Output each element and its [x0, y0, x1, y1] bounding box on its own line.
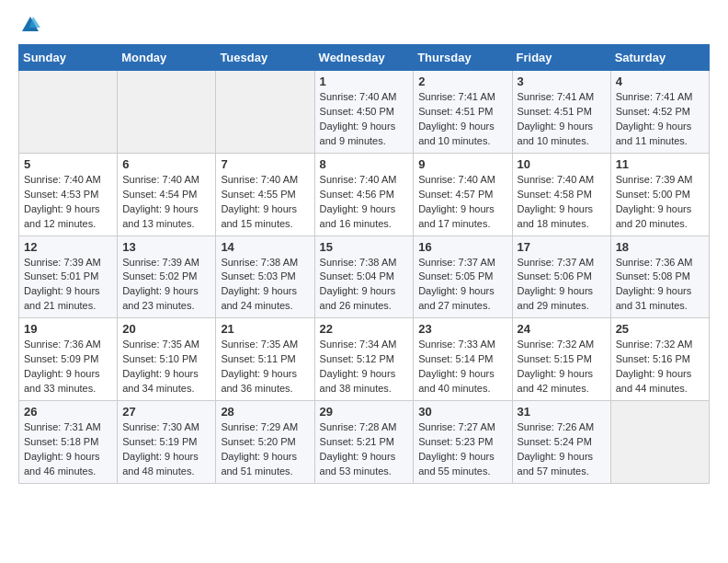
cell-info: Sunset: 4:54 PM — [122, 188, 210, 202]
calendar-cell: 7Sunrise: 7:40 AMSunset: 4:55 PMDaylight… — [216, 153, 314, 236]
cell-info: Daylight: 9 hours and 29 minutes. — [518, 284, 606, 314]
day-number: 8 — [320, 157, 409, 171]
weekday-header: Wednesday — [314, 45, 414, 71]
cell-info: Daylight: 9 hours and 57 minutes. — [518, 450, 606, 479]
cell-info: Daylight: 9 hours and 48 minutes. — [122, 450, 210, 479]
cell-info: Sunrise: 7:38 AM — [320, 256, 409, 270]
day-number: 25 — [616, 322, 704, 336]
day-number: 7 — [221, 157, 309, 171]
calendar-cell: 22Sunrise: 7:34 AMSunset: 5:12 PMDayligh… — [314, 318, 414, 401]
header — [18, 15, 710, 35]
cell-info: Sunrise: 7:40 AM — [24, 173, 112, 188]
cell-info: Sunset: 4:53 PM — [24, 188, 112, 202]
calendar-cell: 4Sunrise: 7:41 AMSunset: 4:52 PMDaylight… — [610, 71, 709, 154]
cell-info: Sunrise: 7:39 AM — [24, 256, 112, 270]
cell-info: Sunset: 5:10 PM — [122, 352, 210, 367]
logo-icon — [20, 15, 40, 35]
calendar-cell: 31Sunrise: 7:26 AMSunset: 5:24 PMDayligh… — [512, 401, 610, 484]
calendar-week-row: 1Sunrise: 7:40 AMSunset: 4:50 PMDaylight… — [19, 71, 710, 154]
cell-info: Sunrise: 7:29 AM — [221, 420, 309, 435]
calendar-cell: 28Sunrise: 7:29 AMSunset: 5:20 PMDayligh… — [216, 401, 314, 484]
calendar-cell: 17Sunrise: 7:37 AMSunset: 5:06 PMDayligh… — [512, 236, 610, 318]
cell-info: Sunset: 5:08 PM — [616, 270, 704, 284]
calendar-cell: 25Sunrise: 7:32 AMSunset: 5:16 PMDayligh… — [610, 318, 709, 401]
cell-info: Daylight: 9 hours and 12 minutes. — [24, 202, 112, 232]
cell-info: Sunset: 5:23 PM — [418, 435, 506, 450]
day-number: 11 — [616, 157, 704, 171]
cell-info: Sunset: 5:05 PM — [418, 270, 506, 284]
weekday-header: Monday — [118, 45, 216, 71]
day-number: 13 — [122, 240, 210, 254]
cell-info: Sunrise: 7:26 AM — [518, 420, 606, 435]
cell-info: Sunrise: 7:40 AM — [122, 173, 210, 188]
cell-info: Sunset: 4:57 PM — [418, 188, 506, 202]
cell-info: Sunrise: 7:38 AM — [221, 256, 309, 270]
cell-info: Daylight: 9 hours and 46 minutes. — [24, 450, 112, 479]
day-number: 29 — [320, 405, 409, 419]
day-number: 5 — [24, 157, 112, 171]
day-number: 21 — [221, 322, 309, 336]
calendar-cell — [610, 401, 709, 484]
cell-info: Sunset: 5:12 PM — [320, 352, 409, 367]
cell-info: Sunrise: 7:40 AM — [320, 173, 409, 188]
cell-info: Sunrise: 7:28 AM — [320, 420, 409, 435]
calendar-week-row: 26Sunrise: 7:31 AMSunset: 5:18 PMDayligh… — [19, 401, 710, 484]
weekday-header: Sunday — [19, 45, 118, 71]
cell-info: Sunrise: 7:31 AM — [24, 420, 112, 435]
day-number: 15 — [320, 240, 409, 254]
cell-info: Sunset: 4:52 PM — [616, 105, 704, 120]
cell-info: Daylight: 9 hours and 17 minutes. — [418, 202, 506, 232]
cell-info: Daylight: 9 hours and 27 minutes. — [418, 284, 506, 314]
calendar-cell: 20Sunrise: 7:35 AMSunset: 5:10 PMDayligh… — [118, 318, 216, 401]
cell-info: Daylight: 9 hours and 44 minutes. — [616, 367, 704, 396]
cell-info: Sunrise: 7:36 AM — [24, 338, 112, 352]
cell-info: Daylight: 9 hours and 36 minutes. — [221, 367, 309, 396]
day-number: 2 — [418, 75, 506, 88]
day-number: 24 — [518, 322, 606, 336]
cell-info: Sunset: 5:21 PM — [320, 435, 409, 450]
day-number: 6 — [122, 157, 210, 171]
weekday-header: Friday — [512, 45, 610, 71]
cell-info: Sunset: 4:51 PM — [418, 105, 506, 120]
cell-info: Sunrise: 7:41 AM — [518, 90, 606, 105]
calendar-cell: 2Sunrise: 7:41 AMSunset: 4:51 PMDaylight… — [414, 71, 512, 154]
calendar-cell — [216, 71, 314, 154]
logo — [18, 15, 40, 35]
day-number: 20 — [122, 322, 210, 336]
calendar-cell: 12Sunrise: 7:39 AMSunset: 5:01 PMDayligh… — [19, 236, 118, 318]
day-number: 10 — [518, 157, 606, 171]
cell-info: Sunset: 5:06 PM — [518, 270, 606, 284]
cell-info: Daylight: 9 hours and 11 minutes. — [616, 120, 704, 149]
cell-info: Sunset: 5:02 PM — [122, 270, 210, 284]
day-number: 16 — [418, 240, 506, 254]
cell-info: Sunrise: 7:32 AM — [518, 338, 606, 352]
calendar-cell: 30Sunrise: 7:27 AMSunset: 5:23 PMDayligh… — [414, 401, 512, 484]
day-number: 18 — [616, 240, 704, 254]
day-number: 31 — [518, 405, 606, 419]
cell-info: Daylight: 9 hours and 55 minutes. — [418, 450, 506, 479]
day-number: 3 — [518, 75, 606, 88]
cell-info: Sunset: 5:14 PM — [418, 352, 506, 367]
cell-info: Sunrise: 7:35 AM — [221, 338, 309, 352]
cell-info: Sunrise: 7:27 AM — [418, 420, 506, 435]
cell-info: Daylight: 9 hours and 24 minutes. — [221, 284, 309, 314]
calendar-cell: 11Sunrise: 7:39 AMSunset: 5:00 PMDayligh… — [610, 153, 709, 236]
cell-info: Sunset: 5:24 PM — [518, 435, 606, 450]
cell-info: Sunset: 5:09 PM — [24, 352, 112, 367]
cell-info: Sunset: 5:00 PM — [616, 188, 704, 202]
calendar-cell: 14Sunrise: 7:38 AMSunset: 5:03 PMDayligh… — [216, 236, 314, 318]
calendar-cell: 15Sunrise: 7:38 AMSunset: 5:04 PMDayligh… — [314, 236, 414, 318]
calendar-cell: 5Sunrise: 7:40 AMSunset: 4:53 PMDaylight… — [19, 153, 118, 236]
page: SundayMondayTuesdayWednesdayThursdayFrid… — [0, 0, 728, 502]
cell-info: Daylight: 9 hours and 26 minutes. — [320, 284, 409, 314]
cell-info: Sunrise: 7:40 AM — [221, 173, 309, 188]
cell-info: Daylight: 9 hours and 15 minutes. — [221, 202, 309, 232]
cell-info: Sunrise: 7:37 AM — [518, 256, 606, 270]
calendar-cell — [118, 71, 216, 154]
cell-info: Sunrise: 7:36 AM — [616, 256, 704, 270]
cell-info: Sunrise: 7:30 AM — [122, 420, 210, 435]
calendar-cell: 13Sunrise: 7:39 AMSunset: 5:02 PMDayligh… — [118, 236, 216, 318]
calendar-cell: 1Sunrise: 7:40 AMSunset: 4:50 PMDaylight… — [314, 71, 414, 154]
cell-info: Daylight: 9 hours and 34 minutes. — [122, 367, 210, 396]
calendar-cell: 29Sunrise: 7:28 AMSunset: 5:21 PMDayligh… — [314, 401, 414, 484]
